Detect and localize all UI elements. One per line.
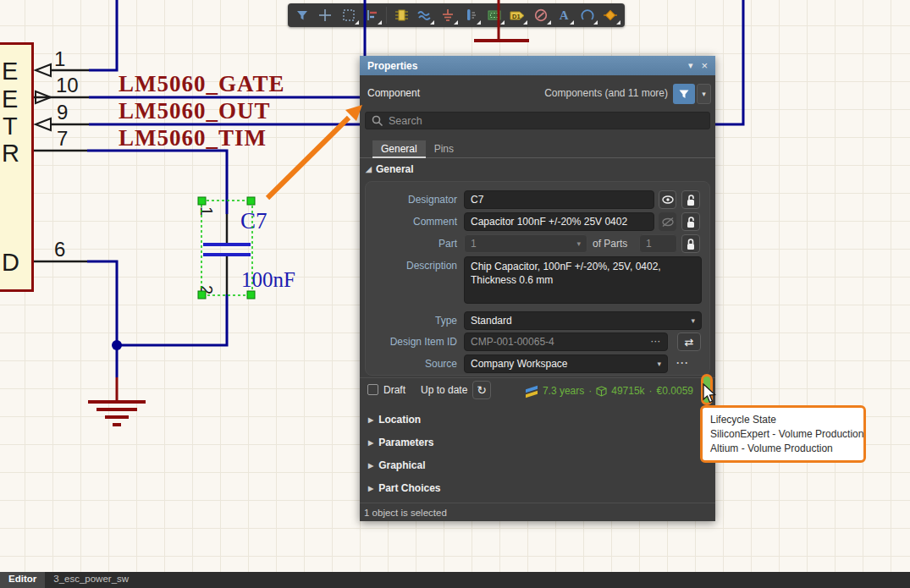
section-graphical[interactable]: ▶ Graphical [368,459,426,471]
filter-dropdown-button[interactable]: ▾ [697,84,711,104]
lock-open-icon [685,216,697,228]
capacitor-designator[interactable]: C7 [240,208,267,234]
dropdown-corner-icon [500,20,505,25]
swap-variant-button[interactable]: ⇄ [677,332,701,351]
sync-status-label: Up to date [421,384,467,396]
pin-number: 10 [56,74,79,97]
tab-general[interactable]: General [372,140,426,158]
visibility-button[interactable] [659,190,676,209]
dropdown-corner-icon [477,20,481,25]
source-more-button[interactable]: ··· [676,357,689,369]
lock-button[interactable] [681,190,700,209]
align-icon[interactable] [361,5,383,25]
net-label-tim[interactable]: LM5060_TIM [119,125,267,151]
crosshair-icon[interactable] [315,5,337,25]
dropdown-corner-icon [430,20,434,25]
wire-icon[interactable] [414,5,436,25]
more-options-icon[interactable]: ··· [651,338,661,346]
lifecycle-icon [526,386,538,397]
editor-tab[interactable]: Editor [0,572,45,588]
pin-number: 9 [57,101,68,124]
comment-input[interactable]: Capacitor 100nF +/-20% 25V 0402 [464,212,654,231]
filter-icon [677,87,691,101]
pin-number: 7 [57,127,68,151]
lock-closed-icon [685,238,697,250]
dropdown-corner-icon [454,20,458,25]
lock-button[interactable] [681,212,700,231]
type-select[interactable]: Standard ▾ [464,311,702,330]
net-label-out[interactable]: LM5060_OUT [119,98,271,124]
selection-rect-icon[interactable] [338,5,360,25]
no-erc-icon[interactable] [530,5,552,25]
filter-button[interactable] [673,84,695,104]
capacitor-value[interactable]: 100nF [241,268,295,292]
net-label-gate[interactable]: LM5060_GATE [119,71,285,97]
of-parts-input[interactable]: 1 [639,234,677,253]
dropdown-corner-icon [593,20,598,25]
polygon-icon[interactable] [600,5,622,25]
visibility-button-disabled[interactable] [659,212,676,231]
port-icon[interactable]: D1 [507,5,529,25]
lock-open-icon [685,194,697,206]
document-bar: Editor 3_esc_power_sw [0,572,910,588]
dropdown-corner-icon [355,20,359,25]
dropdown-corner-icon [378,20,382,25]
stock-quantity: 49715k [611,385,644,397]
filter-icon[interactable] [291,5,313,25]
section-parameters[interactable]: ▶ Parameters [368,437,434,448]
ground-icon[interactable] [437,5,459,25]
section-part-choices[interactable]: ▶ Part Choices [368,482,441,494]
panel-tabs: General Pins [360,140,715,158]
lock-button-locked[interactable] [681,234,700,253]
draft-checkbox[interactable] [367,384,378,395]
dropdown-corner-icon [616,20,620,25]
collapse-collapsed-icon: ▶ [368,439,373,447]
dropdown-corner-icon [523,20,527,25]
panel-titlebar[interactable]: Properties ▾ × [360,56,715,75]
search-icon [371,114,383,127]
active-bar-toolbar: D1 A [288,3,625,27]
description-textarea[interactable]: Chip Capacitor, 100nF +/-20%, 25V, 0402,… [464,256,702,304]
chevron-down-icon: ▾ [657,360,661,368]
tooltip-line: Altium - Volume Production [710,442,856,454]
section-general[interactable]: ◢ General [366,163,414,175]
type-label: Type [360,315,457,327]
text-icon[interactable]: A [554,5,576,25]
draft-label: Draft [383,384,405,396]
search-input[interactable]: Search [365,112,710,129]
collapse-expanded-icon: ◢ [366,165,372,173]
document-tab[interactable]: 3_esc_power_sw [45,572,137,588]
filter-scope-label: Components (and 11 more) [544,87,668,99]
selection-status: 1 object is selected [364,508,447,518]
part-label: Part [360,238,457,250]
sheet-symbol-icon[interactable] [483,5,505,25]
tab-pins[interactable]: Pins [426,140,462,158]
lifecycle-tooltip: Lifecycle State SiliconExpert - Volume P… [700,405,866,463]
lifecycle-age: 7.3 years [543,385,584,397]
panel-close-icon[interactable]: × [701,59,708,72]
dropdown-corner-icon [570,20,574,25]
source-select[interactable]: Company Workspace ▾ [464,354,668,373]
of-parts-label: of Parts [593,238,627,250]
design-item-id-input[interactable]: CMP-001-00065-4 ··· [464,332,668,351]
chevron-down-icon: ▾ [691,316,695,325]
source-label: Source [360,358,457,370]
refresh-button[interactable]: ↻ [472,381,491,399]
properties-panel: Properties ▾ × Component Components (and… [360,56,715,521]
collapse-collapsed-icon: ▶ [368,462,373,470]
capacitor-pin1-number: 1 [196,206,216,216]
component-icon[interactable] [390,5,412,25]
designator-input[interactable]: C7 [464,190,654,209]
ic-pin-name: E [2,85,18,113]
probe-icon[interactable] [461,5,483,25]
pin-number: 6 [54,238,65,261]
arc-icon[interactable] [576,5,598,25]
tooltip-title: Lifecycle State [710,414,856,426]
eye-icon [661,195,675,205]
section-location[interactable]: ▶ Location [368,414,421,426]
refresh-icon: ↻ [477,383,487,397]
panel-menu-icon[interactable]: ▾ [688,60,693,71]
ic-pin-name: T [3,113,18,140]
designator-label: Designator [360,194,457,206]
part-select[interactable]: 1 ▾ [464,234,587,253]
